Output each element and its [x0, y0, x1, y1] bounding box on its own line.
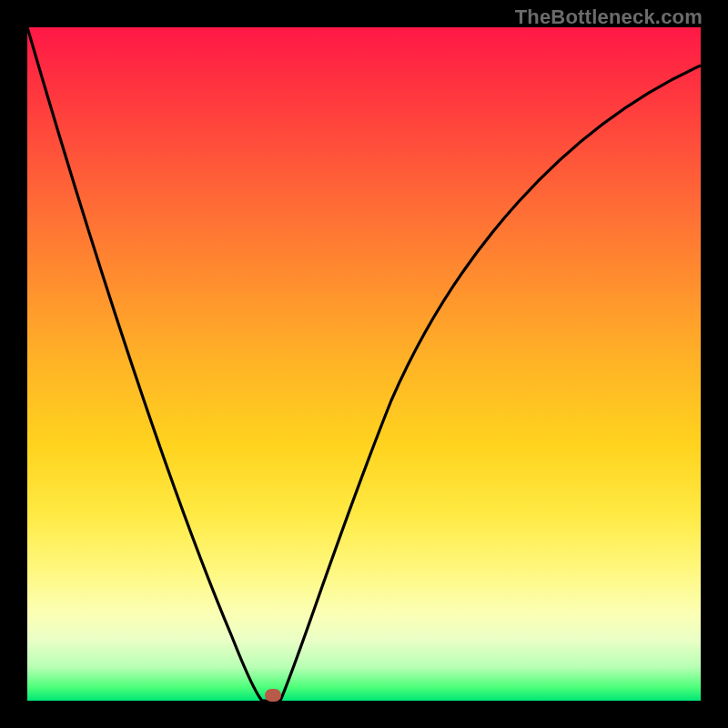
watermark-text: TheBottleneck.com: [515, 5, 703, 29]
bottleneck-curve: [27, 27, 701, 701]
optimal-config-marker: [265, 689, 281, 702]
chart-frame: TheBottleneck.com: [0, 0, 728, 728]
